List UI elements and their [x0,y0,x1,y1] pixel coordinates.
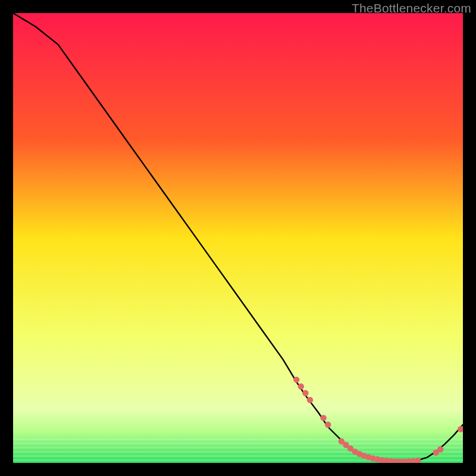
svg-point-32 [437,446,443,452]
svg-point-9 [302,390,308,396]
chart-container: TheBottlenecker.com [0,0,476,476]
svg-point-11 [320,415,326,421]
svg-rect-2 [13,455,463,457]
chart-svg [13,13,463,463]
svg-rect-5 [13,443,463,444]
svg-rect-3 [13,451,463,453]
bottleneck-curve-plot [13,13,463,463]
svg-rect-6 [13,439,463,440]
svg-point-10 [307,397,313,403]
svg-point-8 [298,383,304,389]
svg-rect-4 [13,447,463,449]
svg-rect-0 [13,13,463,463]
svg-point-12 [325,422,331,428]
svg-point-7 [293,377,299,383]
